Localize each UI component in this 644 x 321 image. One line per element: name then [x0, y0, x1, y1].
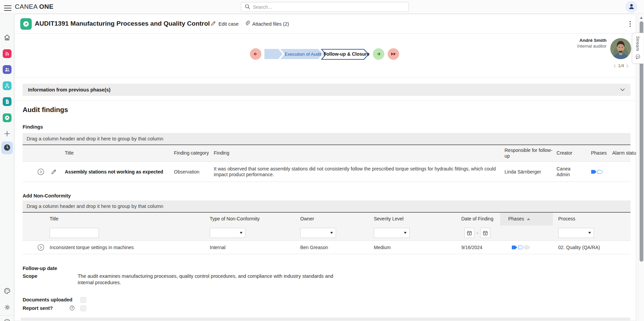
findings-header-row: Title Finding category Finding Responsib… [23, 144, 630, 161]
pager-next-icon[interactable] [626, 64, 628, 68]
horizontal-scrollbar[interactable] [21, 318, 630, 320]
column-header-finding[interactable]: Finding [214, 145, 499, 161]
chevron-down-icon[interactable] [620, 87, 625, 92]
phase-tag-future-icon [524, 245, 530, 249]
people-app-icon[interactable] [3, 65, 11, 74]
page-title: Audit findings [23, 106, 68, 114]
add-icon[interactable] [3, 129, 11, 138]
phase-tag-done-icon [512, 245, 517, 249]
menu-hamburger-icon[interactable] [4, 4, 11, 10]
finding-responsible-cell: Linda Särnberger [505, 162, 553, 182]
column-header-responsible[interactable]: Responsible for follow-up [505, 145, 553, 161]
edit-row-icon[interactable] [48, 162, 60, 182]
process-filter-dropdown[interactable] [558, 228, 594, 238]
settings-gear-icon[interactable] [3, 303, 11, 312]
edit-case-button[interactable]: Edit case [210, 21, 239, 27]
type-filter-dropdown[interactable] [210, 228, 246, 238]
severity-filter-dropdown[interactable] [374, 228, 410, 238]
finding-title-cell: Assembly stations not working as expecte… [65, 162, 171, 182]
column-header-date-of-finding[interactable]: Date of Finding [461, 213, 506, 225]
owner-filter-dropdown[interactable] [300, 228, 336, 238]
non-conformity-table-row[interactable]: Inconsistent torque settings in machines… [23, 240, 630, 254]
stream-app-icon[interactable] [3, 49, 11, 58]
case-title: AUDIT1391 Manufacturing Processes and Qu… [35, 20, 210, 27]
previous-phase-button[interactable] [250, 48, 261, 60]
documents-uploaded-checkbox[interactable] [80, 297, 86, 303]
nc-type-cell: Internal [210, 241, 294, 254]
column-header-finding-category[interactable]: Finding category [174, 145, 209, 161]
top-bar: CANEAONE [0, 0, 644, 14]
section-divider [15, 77, 636, 77]
stream-tab-label: Stream [635, 36, 640, 51]
user-avatar-button[interactable] [625, 1, 637, 13]
pager-count: 1/4 [618, 63, 624, 68]
title-filter-input[interactable] [50, 228, 99, 238]
finding-table-row[interactable]: Assembly stations not working as expecte… [23, 161, 630, 182]
case-app-icon[interactable] [3, 113, 11, 122]
column-header-title[interactable]: Title [50, 213, 195, 225]
sidebar-item-history-active[interactable] [1, 141, 13, 154]
column-header-severity[interactable]: Severity Level [374, 213, 455, 225]
scope-label: Scope [23, 273, 37, 279]
scroll-up-icon[interactable] [640, 17, 643, 19]
next-phase-button[interactable] [373, 48, 384, 60]
pencil-icon [210, 21, 216, 27]
report-sent-checkbox[interactable] [80, 305, 86, 311]
report-sent-help-icon[interactable]: ? [69, 305, 75, 311]
stream-tab[interactable]: Stream [632, 33, 643, 64]
finding-alarm-cell [612, 162, 636, 182]
non-conformity-header-row: Title Type of Non-Conformity Owner Sever… [23, 212, 630, 225]
search-input[interactable] [253, 4, 408, 10]
expand-row-icon[interactable] [34, 241, 48, 254]
app-sidebar: ? [0, 14, 14, 321]
date-to-picker[interactable] [480, 228, 490, 238]
dropdown-arrow-icon [330, 232, 333, 234]
column-header-alarm-status[interactable]: Alarm status [612, 145, 636, 161]
column-header-title[interactable]: Title [65, 145, 171, 161]
column-header-creator[interactable]: Creator [557, 145, 577, 161]
arrow-right-icon [376, 51, 382, 57]
column-header-type[interactable]: Type of Non-Conformity [210, 213, 294, 225]
home-icon[interactable] [3, 33, 11, 42]
skip-to-end-button[interactable] [388, 48, 399, 60]
date-from-picker[interactable] [464, 228, 474, 238]
attached-files-button[interactable]: Attached files (2) [244, 21, 289, 27]
expand-row-icon[interactable] [34, 162, 48, 182]
scope-value: The audit examines manufacturing process… [78, 273, 350, 286]
phase-tag-open-icon [518, 245, 524, 249]
global-search[interactable] [241, 2, 409, 12]
palette-icon[interactable] [3, 287, 11, 295]
paperclip-icon [244, 21, 250, 27]
phase-tag-open-icon [597, 170, 603, 174]
calendar-icon [482, 230, 488, 236]
phase-chip-current[interactable]: Follow-up & Closure [321, 49, 369, 59]
documents-uploaded-label: Documents uploaded [23, 297, 72, 302]
non-conformity-filter-row: - [23, 225, 630, 240]
previous-phase-info-expander[interactable]: Information from previous phase(s) [23, 84, 630, 96]
document-app-icon[interactable] [3, 97, 11, 106]
help-icon[interactable]: ? [3, 318, 11, 321]
workflow-app-icon[interactable] [3, 81, 11, 90]
section-divider [15, 101, 636, 101]
nc-owner-cell: Ben Greason [300, 241, 368, 254]
svg-text:?: ? [71, 306, 73, 310]
more-options-icon[interactable] [626, 20, 634, 28]
case-page-card: AUDIT1391 Manufacturing Processes and Qu… [14, 14, 636, 321]
findings-label: Findings [23, 124, 43, 130]
column-header-phases-sorted[interactable]: Phases [508, 213, 553, 225]
case-type-icon [20, 18, 32, 30]
date-range-separator: - [476, 230, 478, 236]
nc-process-cell: 02. Quality (QA/RA) [558, 241, 619, 254]
user-role: Internal auditor [481, 44, 607, 49]
phase-chip-execution[interactable]: Execution of Audit [280, 49, 323, 59]
column-header-owner[interactable]: Owner [300, 213, 368, 225]
column-header-process[interactable]: Process [558, 213, 619, 225]
finding-text-cell: It was observed that some assembly stati… [214, 162, 499, 182]
pager-prev-icon[interactable] [614, 64, 616, 68]
calendar-icon [466, 230, 472, 236]
dropdown-arrow-icon [404, 232, 407, 234]
workflow-phase-strip: Execution of Audit Follow-up & Closure [250, 48, 399, 60]
sidebar-divider [0, 315, 14, 316]
column-header-phases[interactable]: Phases [591, 145, 611, 161]
search-icon [244, 4, 250, 10]
